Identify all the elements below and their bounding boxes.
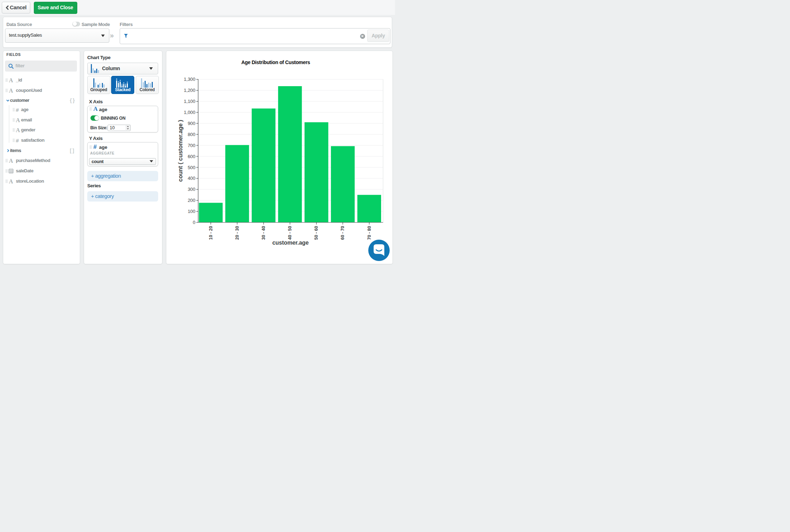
svg-text:200: 200: [188, 198, 196, 203]
svg-text:20 - 30: 20 - 30: [235, 226, 240, 240]
svg-text:30 - 40: 30 - 40: [261, 226, 266, 240]
svg-text:1,100: 1,100: [184, 99, 196, 104]
svg-text:60 - 70: 60 - 70: [340, 226, 345, 240]
svg-text:40 - 50: 40 - 50: [287, 226, 292, 240]
svg-text:Age Distribution of Customers: Age Distribution of Customers: [241, 59, 310, 65]
svg-text:500: 500: [188, 165, 196, 170]
svg-text:50 - 60: 50 - 60: [314, 226, 319, 240]
svg-text:300: 300: [188, 187, 196, 192]
svg-text:1,200: 1,200: [184, 88, 196, 93]
svg-text:1,000: 1,000: [184, 110, 196, 115]
svg-text:70 - 80: 70 - 80: [367, 226, 372, 240]
svg-text:100: 100: [188, 209, 196, 214]
svg-text:800: 800: [188, 131, 196, 137]
svg-text:900: 900: [188, 120, 196, 126]
svg-text:1,300: 1,300: [184, 77, 196, 82]
svg-text:600: 600: [188, 153, 196, 159]
svg-text:10 - 20: 10 - 20: [208, 226, 213, 240]
svg-text:0: 0: [193, 220, 195, 225]
svg-text:count ( customer.age ): count ( customer.age ): [177, 120, 183, 182]
svg-text:700: 700: [188, 142, 196, 148]
svg-text:customer.age: customer.age: [272, 240, 309, 246]
svg-text:400: 400: [188, 176, 196, 181]
